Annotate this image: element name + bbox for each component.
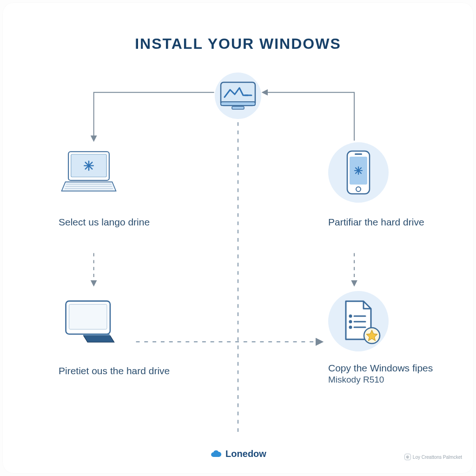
svg-rect-22	[69, 304, 107, 330]
phone-icon	[344, 149, 372, 196]
cloud-icon	[210, 450, 222, 459]
brand-name: Lonedow	[225, 449, 266, 459]
laptop-icon	[59, 142, 119, 203]
svg-rect-1	[221, 102, 255, 106]
svg-point-25	[350, 321, 351, 323]
monitor-graph-icon	[219, 80, 257, 111]
svg-point-23	[350, 315, 351, 317]
node-left-circle	[59, 142, 119, 203]
watermark-chip-icon: ⊕	[404, 454, 411, 460]
file-star-icon	[333, 296, 384, 347]
node-right-caption: Partifiar the hard drive	[328, 216, 424, 229]
node-top	[215, 73, 261, 119]
watermark-text: Loy Creattons Palmcket	[413, 455, 462, 460]
node-top-circle	[215, 73, 261, 119]
node-left: Select us lango drine	[59, 142, 150, 229]
tablet-icon	[59, 293, 119, 349]
svg-point-27	[350, 326, 351, 328]
node-right-circle	[328, 142, 389, 203]
svg-rect-2	[232, 106, 244, 109]
svg-rect-16	[355, 153, 362, 155]
diagram-title: INSTALL YOUR WINDOWS	[3, 35, 473, 53]
node-br-caption: Copy the Windows fipes	[328, 362, 433, 375]
node-bottom-left: Piretiet ous the hard drive	[59, 291, 170, 377]
node-br-circle	[328, 291, 389, 351]
watermark: ⊕ Loy Creattons Palmcket	[404, 454, 462, 460]
brand-footer: Lonedow	[210, 449, 266, 459]
node-right: Partifiar the hard drive	[328, 142, 424, 229]
node-br-subcaption: Miskody R510	[328, 375, 384, 385]
node-bottom-right: Copy the Windows fipes Miskody R510	[328, 291, 433, 385]
node-left-caption: Select us lango drine	[59, 216, 150, 229]
node-bl-circle	[59, 291, 119, 351]
node-bl-caption: Piretiet ous the hard drive	[59, 364, 170, 377]
diagram-card: INSTALL YOUR WINDOWS	[3, 3, 473, 473]
